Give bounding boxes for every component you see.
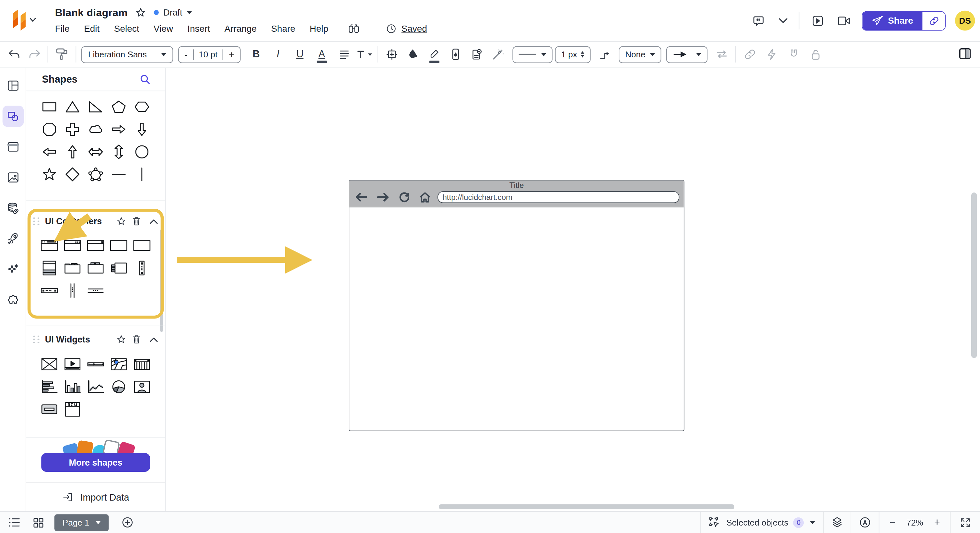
actions-lightning-icon[interactable]: [764, 45, 780, 64]
shape-arrow-up[interactable]: [60, 141, 84, 163]
spellcheck-icon[interactable]: [859, 516, 872, 529]
drag-handle-icon[interactable]: [33, 217, 40, 225]
magnetize-icon[interactable]: [786, 45, 802, 64]
rail-integrations-puzzle[interactable]: [2, 290, 24, 311]
shape-hexagon[interactable]: [130, 95, 153, 118]
shape-cross[interactable]: [60, 118, 84, 140]
collapse-chevron-icon[interactable]: [778, 18, 788, 24]
remove-section-trash-icon[interactable]: [132, 334, 141, 344]
connector-style-button[interactable]: [597, 45, 613, 64]
line-width-spinner[interactable]: [581, 51, 585, 57]
shape-table[interactable]: [130, 353, 153, 375]
font-family-select[interactable]: Liberation Sans: [81, 46, 173, 63]
page-grid-icon[interactable]: [32, 517, 45, 528]
shape-list-box[interactable]: [38, 257, 60, 279]
shape-vertical-scrollbar[interactable]: [60, 279, 84, 302]
menu-select[interactable]: Select: [114, 24, 139, 34]
doc-status[interactable]: Draft: [154, 8, 191, 18]
connector-endpoint-none-select[interactable]: None: [619, 46, 662, 63]
text-color-button[interactable]: A: [314, 45, 330, 64]
magic-wand-icon[interactable]: [490, 45, 506, 64]
line-style-select[interactable]: [512, 46, 552, 63]
rail-window[interactable]: [2, 136, 24, 158]
shape-arrow-left[interactable]: [38, 141, 60, 163]
shape-line-chart[interactable]: [84, 375, 107, 398]
logo-chevron-down-icon[interactable]: [30, 18, 36, 22]
browser-window-shape[interactable]: Title http://lucidchart.com: [349, 180, 684, 431]
more-shapes-button[interactable]: More shapes: [41, 453, 150, 472]
rail-marketplace-rocket[interactable]: [2, 228, 24, 250]
shape-star[interactable]: [38, 163, 60, 185]
drag-handle-icon[interactable]: [33, 335, 40, 343]
text-options-button[interactable]: [356, 45, 372, 64]
shape-pentagon[interactable]: [107, 95, 130, 118]
font-size-increase-button[interactable]: +: [223, 49, 240, 60]
canvas-horizontal-scrollbar[interactable]: [439, 504, 734, 509]
shape-search-icon[interactable]: [139, 73, 151, 86]
shape-rectangle[interactable]: [38, 95, 60, 118]
remove-section-trash-icon[interactable]: [132, 216, 141, 226]
present-icon[interactable]: [811, 14, 824, 27]
import-data-button[interactable]: Import Data: [26, 482, 165, 511]
shape-data-button[interactable]: [469, 45, 485, 64]
redo-button[interactable]: [26, 45, 43, 64]
shape-image-placeholder[interactable]: [38, 353, 60, 375]
opacity-button[interactable]: [447, 45, 463, 64]
share-button[interactable]: Share: [862, 12, 923, 30]
shape-horizontal-divider[interactable]: [84, 279, 107, 302]
collapse-section-chevron-icon[interactable]: [150, 218, 158, 224]
rail-shapes[interactable]: [2, 106, 24, 127]
menu-share[interactable]: Share: [271, 24, 295, 34]
shape-map[interactable]: [107, 353, 130, 375]
line-width-stepper[interactable]: 1 px: [555, 46, 591, 63]
fullscreen-icon[interactable]: [959, 517, 971, 528]
shape-profile-image[interactable]: [130, 375, 153, 398]
favorite-section-star-icon[interactable]: [116, 334, 126, 344]
shape-cloud[interactable]: [84, 118, 107, 140]
format-painter-icon[interactable]: [54, 45, 70, 64]
swap-connector-icon[interactable]: [714, 45, 730, 64]
line-color-button[interactable]: [426, 45, 442, 64]
copy-link-button[interactable]: [923, 12, 945, 30]
shape-window[interactable]: [107, 234, 130, 257]
fill-color-button[interactable]: [405, 45, 421, 64]
font-size-value[interactable]: 10 pt: [194, 49, 223, 59]
page-tab[interactable]: Page 1: [54, 514, 108, 531]
shape-tabbed-window[interactable]: [84, 257, 107, 279]
menu-insert[interactable]: Insert: [187, 24, 210, 34]
shape-horizontal-toolbar[interactable]: [38, 279, 60, 302]
canvas-vertical-scrollbar[interactable]: [971, 193, 977, 358]
panel-scrollbar-thumb[interactable]: [160, 229, 163, 332]
rail-data-linking[interactable]: [2, 197, 24, 219]
shape-window-alt[interactable]: [130, 234, 153, 257]
text-align-button[interactable]: [336, 45, 352, 64]
font-size-decrease-button[interactable]: -: [179, 49, 194, 60]
undo-button[interactable]: [6, 45, 22, 64]
bold-button[interactable]: B: [248, 45, 264, 64]
shape-text-editor[interactable]: [60, 398, 84, 420]
menu-arrange[interactable]: Arrange: [224, 24, 257, 34]
right-panel-toggle[interactable]: [958, 47, 972, 60]
shape-slider[interactable]: [84, 353, 107, 375]
find-binoculars-icon[interactable]: [348, 23, 360, 34]
favorite-star-icon[interactable]: [135, 7, 146, 18]
shape-arrow-down[interactable]: [130, 118, 153, 140]
comments-icon[interactable]: [752, 14, 765, 27]
connector-arrow-select[interactable]: [666, 46, 708, 63]
page-list-icon[interactable]: [8, 517, 21, 528]
shape-triangle[interactable]: [60, 95, 84, 118]
video-camera-icon[interactable]: [837, 14, 851, 27]
shape-pentagon-nodes[interactable]: [84, 163, 107, 185]
shape-octagon[interactable]: [38, 118, 60, 140]
canvas-frame-icon[interactable]: [384, 45, 400, 64]
collapse-section-chevron-icon[interactable]: [150, 337, 158, 342]
shape-dialog-window[interactable]: [84, 234, 107, 257]
shape-right-triangle[interactable]: [84, 95, 107, 118]
lock-icon[interactable]: [808, 45, 824, 64]
add-page-button[interactable]: [121, 516, 134, 529]
document-title[interactable]: Blank diagram: [55, 6, 128, 19]
menu-view[interactable]: View: [154, 24, 173, 34]
shape-vertical-line[interactable]: [130, 163, 153, 185]
zoom-out-button[interactable]: −: [889, 517, 896, 528]
canvas[interactable]: Title http://lucidchart.com: [165, 68, 980, 511]
